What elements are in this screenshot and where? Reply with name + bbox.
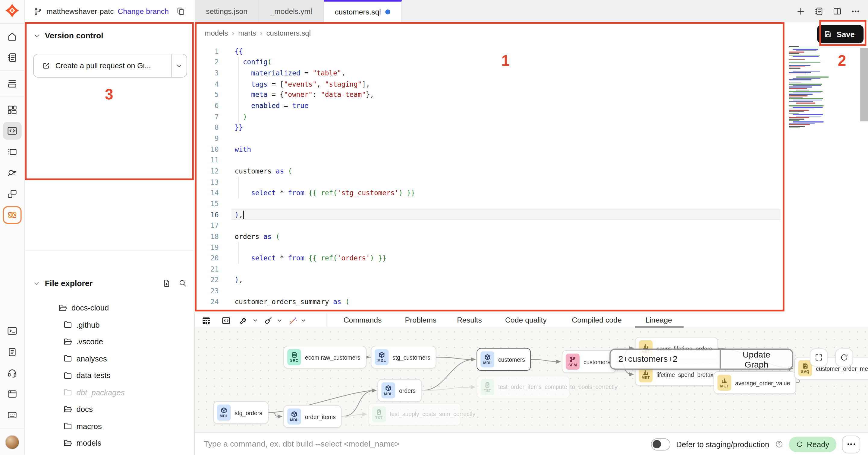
version-control-header[interactable]: Version control	[33, 31, 103, 40]
line-number: 4	[195, 80, 219, 88]
folder-open-icon	[63, 404, 72, 414]
panel-tab-results[interactable]: Results	[457, 312, 482, 328]
rail-item-code-editor-icon[interactable]	[3, 122, 22, 140]
create-pull-request-button[interactable]: Create a pull request on Gi...	[33, 54, 187, 78]
lineage-node-customers[interactable]: MDLcustomers	[476, 348, 531, 371]
code-line-14: 14 select * from {{ ref('stg_customers')…	[195, 188, 785, 199]
line-number: 10	[195, 145, 219, 153]
editor-scrollbar[interactable]	[860, 48, 868, 121]
save-button[interactable]: Save	[817, 25, 864, 44]
file-tree-item-data-tests[interactable]: data-tests	[25, 367, 194, 383]
refresh-button[interactable]	[835, 348, 853, 366]
fullscreen-button[interactable]	[810, 348, 828, 366]
broom-tool-icon[interactable]	[261, 314, 275, 327]
copy-branch-icon[interactable]	[175, 5, 187, 17]
selector-input[interactable]: 2+customers+2	[611, 350, 720, 368]
rail-item-notebook-icon[interactable]	[3, 49, 22, 67]
lineage-node-order_metrics[interactable]: SVQcustomer_order_metrics	[795, 357, 868, 379]
more-dots-icon[interactable]	[848, 4, 863, 19]
rail-item-query-icon[interactable]	[3, 164, 22, 182]
file-explorer-header[interactable]: File explorer	[33, 279, 187, 288]
line-number: 17	[195, 222, 219, 230]
tab-label: customers.sql	[335, 8, 381, 16]
file-tree-item--vscode[interactable]: .vscode	[25, 333, 194, 350]
lineage-node-src_customers[interactable]: SRCecom.raw_customers	[283, 346, 366, 368]
minimap[interactable]	[787, 46, 834, 146]
tab-customers-sql[interactable]: customers.sql	[324, 0, 402, 22]
panel-tab-commands[interactable]: Commands	[344, 312, 382, 328]
line-number: 2	[195, 59, 219, 66]
file-tree-item-docs-cloud[interactable]: docs-cloud	[25, 299, 194, 316]
lineage-node-customers_sem[interactable]: SEMcustomers	[562, 350, 616, 373]
chevron-down-icon[interactable]	[276, 317, 283, 324]
panel-tab-compiled-code[interactable]: Compiled code	[572, 312, 621, 328]
file-tree-item-macros[interactable]: macros	[25, 418, 194, 434]
more-options-button[interactable]	[842, 435, 861, 453]
file-tree-item-analyses[interactable]: analyses	[25, 350, 194, 367]
rail-item-storage-icon[interactable]	[3, 406, 22, 424]
panel-tab-problems[interactable]: Problems	[405, 312, 437, 328]
new-file-button[interactable]	[162, 279, 171, 288]
rail-item-clipboard-icon[interactable]	[3, 343, 22, 361]
rail-item-dashboard-icon[interactable]	[3, 101, 22, 119]
defer-toggle[interactable]	[651, 438, 671, 450]
help-icon[interactable]	[775, 440, 783, 448]
change-branch-link[interactable]: Change branch	[118, 7, 169, 16]
lineage-node-stg_customers[interactable]: MDLstg_customers	[371, 346, 436, 368]
node-badge-mdl: MDL	[375, 349, 389, 365]
left-icon-rail	[0, 0, 25, 455]
wand-tool-icon[interactable]	[286, 314, 300, 327]
file-tree-item--github[interactable]: .github	[25, 316, 194, 333]
folder-open-icon	[63, 337, 72, 346]
sidebar-divider	[25, 250, 194, 251]
table-tool-icon[interactable]	[198, 314, 213, 327]
panel-tab-code-quality[interactable]: Code quality	[505, 312, 547, 328]
wrench-tool-icon[interactable]	[236, 314, 251, 327]
user-avatar[interactable]	[5, 435, 20, 450]
version-control-title: Version control	[45, 31, 103, 40]
lineage-node-avg_order[interactable]: METaverage_order_value	[714, 371, 796, 394]
plus-icon[interactable]	[793, 4, 808, 19]
rail-item-copilot-icon[interactable]	[3, 206, 22, 224]
code-text: customers as (	[235, 167, 292, 175]
rail-item-canvas-icon[interactable]	[3, 143, 22, 161]
journal-icon[interactable]	[812, 4, 826, 19]
code-area[interactable]: 1{{2 config(3 materialized = "table",4 t…	[195, 46, 785, 312]
create-pr-label: Create a pull request on Gi...	[56, 61, 151, 70]
lineage-node-orders[interactable]: MDLorders	[378, 379, 422, 402]
command-placeholder: Type a command, ex. dbt build --select <…	[204, 439, 400, 448]
split-pane-icon[interactable]	[830, 4, 844, 19]
rail-item-browser-icon[interactable]	[3, 385, 22, 403]
code-editor[interactable]: models›marts›customers.sql 1{{2 config(3…	[195, 22, 868, 312]
breadcrumb: models›marts›customers.sql	[205, 29, 311, 37]
file-tree-item-models[interactable]: models	[25, 434, 194, 451]
tab-settings-json[interactable]: settings.json	[195, 0, 259, 22]
rail-item-drawer-icon[interactable]	[3, 75, 22, 93]
chevron-down-icon[interactable]	[300, 317, 307, 324]
pr-dropdown-caret[interactable]	[172, 54, 187, 77]
node-label: lifetime_spend_pretax	[656, 371, 713, 378]
file-tree-item-dbt-packages[interactable]: dbt_packages	[25, 384, 194, 400]
lineage-canvas[interactable]: SRCecom.raw_customersMDLstg_customersMDL…	[195, 328, 868, 432]
file-tree-item-docs[interactable]: docs	[25, 401, 194, 417]
update-graph-button[interactable]: Update Graph	[721, 350, 792, 368]
rail-item-terminal-icon[interactable]	[3, 322, 22, 340]
line-number: 24	[195, 298, 219, 306]
branch-area: matthewshaver-patc Change branch	[25, 0, 195, 22]
lineage-node-test_supply[interactable]: TSTtest_supply_costs_sum_correctly	[368, 403, 461, 425]
chevron-down-icon[interactable]	[252, 317, 258, 324]
tab--models-yml[interactable]: _models.yml	[259, 0, 324, 22]
file-tree-item-marts[interactable]: marts	[25, 451, 194, 455]
command-input[interactable]: Type a command, ex. dbt build --select <…	[195, 433, 616, 455]
node-badge-met: MET	[717, 375, 731, 391]
lineage-node-stg_orders[interactable]: MDLstg_orders	[213, 401, 268, 424]
rail-item-support-icon[interactable]	[3, 364, 22, 382]
rail-item-dbt-logo[interactable]	[3, 2, 22, 20]
rail-item-windows-icon[interactable]	[3, 185, 22, 203]
search-files-button[interactable]	[178, 279, 187, 288]
lineage-node-order_items[interactable]: MDLorder_items	[283, 405, 342, 428]
code-tool-icon[interactable]	[219, 314, 233, 327]
rail-item-home-icon[interactable]	[3, 28, 22, 46]
lineage-node-test_order_items[interactable]: TSTtest_order_items_compute_to_bools_cor…	[476, 376, 569, 398]
line-number: 19	[195, 244, 219, 251]
